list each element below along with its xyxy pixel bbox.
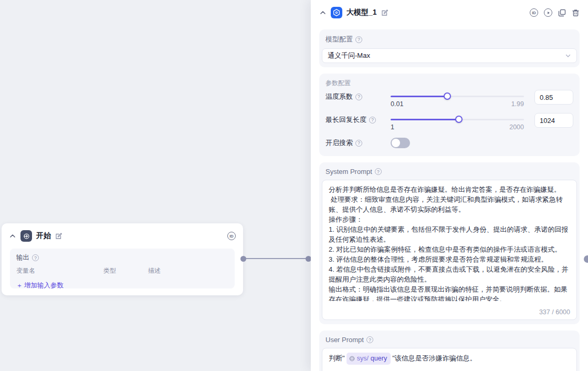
column-type: 类型 bbox=[103, 266, 148, 275]
plus-icon bbox=[16, 281, 23, 290]
temperature-slider[interactable]: 0.01 1.99 bbox=[391, 90, 524, 108]
system-prompt-label: System Prompt bbox=[326, 168, 372, 176]
char-counter: 337 / 6000 bbox=[539, 308, 570, 316]
connector-edge bbox=[243, 258, 309, 259]
slider-min: 0.01 bbox=[391, 100, 403, 108]
start-node-header: 开始 bbox=[2, 223, 243, 249]
max-length-slider[interactable]: 1 2000 bbox=[391, 113, 524, 131]
help-icon[interactable] bbox=[375, 168, 382, 175]
slider-max: 1.99 bbox=[511, 100, 524, 108]
model-config-section: 模型配置 通义千问-Max bbox=[319, 29, 580, 67]
max-length-input[interactable] bbox=[534, 113, 573, 128]
system-prompt-text: 分析并判断所给信息是否存在诈骗嫌疑。给出肯定答案，是否存在诈骗嫌疑。 处理要求：… bbox=[322, 180, 576, 301]
user-prompt-section: User Prompt 判断"sys/query"该信息是否涉嫌诈骗信息。 bbox=[319, 331, 580, 371]
search-toggle-label: 开启搜索 bbox=[326, 136, 353, 150]
chevron-down-icon bbox=[565, 53, 571, 59]
search-toggle[interactable] bbox=[391, 138, 410, 148]
panel-actions bbox=[530, 8, 580, 17]
variable-scope: sys/ bbox=[357, 353, 369, 364]
temperature-label: 温度系数 bbox=[326, 90, 353, 104]
search-toggle-row: 开启搜索 bbox=[322, 136, 577, 150]
connector-source-handle[interactable] bbox=[240, 256, 246, 262]
variable-pill[interactable]: sys/query bbox=[346, 353, 391, 365]
toggle-knob bbox=[392, 139, 400, 147]
help-icon[interactable] bbox=[369, 117, 376, 123]
variable-name: query bbox=[371, 353, 387, 364]
help-icon[interactable] bbox=[355, 36, 362, 43]
slider-max: 2000 bbox=[509, 123, 524, 131]
duplicate-icon[interactable] bbox=[558, 9, 566, 17]
user-prompt-after: "该信息是否涉嫌诈骗信息。 bbox=[392, 354, 477, 362]
slider-handle[interactable] bbox=[444, 92, 451, 100]
help-icon[interactable] bbox=[32, 254, 39, 261]
column-variable-name: 变量名 bbox=[16, 266, 103, 275]
collapse-chevron-icon[interactable] bbox=[319, 9, 327, 16]
selected-model: 通义千问-Max bbox=[328, 51, 565, 60]
node-output-handle[interactable] bbox=[584, 255, 588, 263]
max-length-label: 最长回复长度 bbox=[326, 113, 366, 127]
node-id-icon[interactable] bbox=[227, 232, 236, 240]
help-icon[interactable] bbox=[366, 336, 373, 343]
user-prompt-before: 判断" bbox=[329, 354, 345, 362]
model-config-label: 模型配置 bbox=[326, 35, 353, 44]
user-prompt-label: User Prompt bbox=[326, 336, 364, 344]
variable-icon bbox=[349, 356, 355, 362]
start-node-title: 开始 bbox=[36, 231, 51, 241]
rename-icon[interactable] bbox=[381, 9, 388, 16]
node-id-icon[interactable] bbox=[530, 8, 538, 17]
param-table-header: 变量名 类型 描述 bbox=[16, 266, 228, 275]
param-config-section: 参数配置 温度系数 0.01 1.99 最长 bbox=[319, 74, 580, 156]
system-prompt-textarea[interactable]: 分析并判断所给信息是否存在诈骗嫌疑。给出肯定答案，是否存在诈骗嫌疑。 处理要求：… bbox=[322, 180, 577, 320]
llm-node-config-panel: 大模型_1 模型配置 通义千问-Max 参数配置 温度系数 bbox=[311, 0, 588, 371]
rename-icon[interactable] bbox=[55, 232, 62, 240]
llm-node-icon bbox=[331, 7, 342, 18]
collapse-chevron-icon[interactable] bbox=[9, 232, 16, 240]
node-title: 大模型_1 bbox=[346, 8, 377, 17]
model-select-dropdown[interactable]: 通义千问-Max bbox=[322, 48, 577, 63]
temperature-row: 温度系数 0.01 1.99 bbox=[322, 90, 577, 108]
system-prompt-section: System Prompt 分析并判断所给信息是否存在诈骗嫌疑。给出肯定答案，是… bbox=[319, 162, 580, 324]
panel-header: 大模型_1 bbox=[311, 0, 588, 25]
output-label: 输出 bbox=[16, 253, 29, 262]
start-node-card[interactable]: 开始 输出 变量名 类型 描述 增加输入参数 bbox=[2, 223, 243, 295]
help-icon[interactable] bbox=[355, 140, 362, 147]
start-node-icon bbox=[20, 230, 32, 242]
column-description: 描述 bbox=[148, 266, 161, 275]
add-input-param-button[interactable]: 增加输入参数 bbox=[16, 281, 64, 290]
start-node-output-panel: 输出 变量名 类型 描述 增加输入参数 bbox=[10, 249, 235, 288]
temperature-input[interactable] bbox=[534, 90, 573, 105]
run-icon[interactable] bbox=[544, 8, 552, 17]
max-length-row: 最长回复长度 1 2000 bbox=[322, 113, 577, 131]
param-config-label: 参数配置 bbox=[326, 79, 351, 88]
slider-min: 1 bbox=[391, 123, 394, 131]
slider-handle[interactable] bbox=[455, 116, 463, 123]
user-prompt-textarea[interactable]: 判断"sys/query"该信息是否涉嫌诈骗信息。 bbox=[322, 348, 577, 371]
delete-icon[interactable] bbox=[572, 9, 580, 17]
help-icon[interactable] bbox=[355, 94, 362, 100]
